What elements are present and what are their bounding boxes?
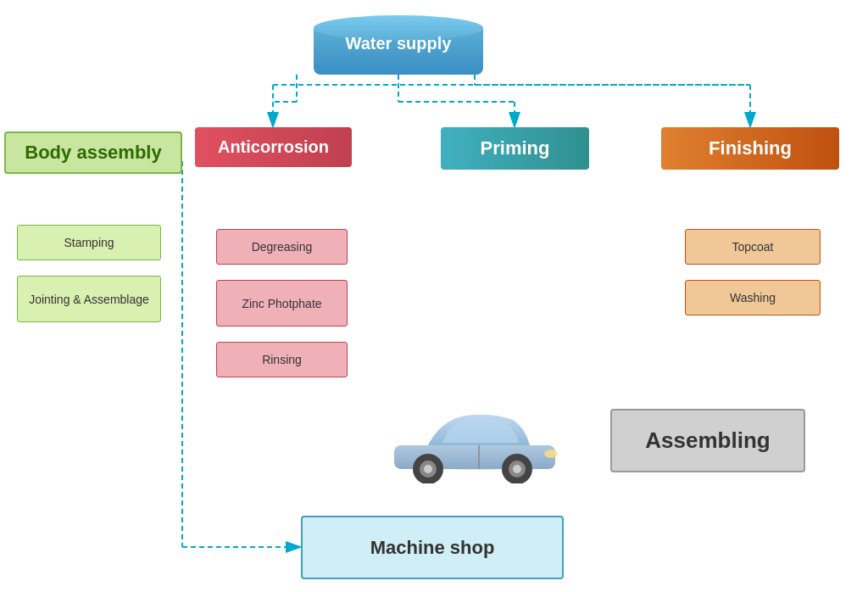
zinc-phosphate-box: Zinc Photphate (216, 280, 348, 327)
washing-label: Washing (730, 291, 776, 304)
zinc-phosphate-label: Zinc Photphate (242, 297, 321, 310)
topcoat-box: Topcoat (685, 229, 821, 265)
machine-shop-label: Machine shop (370, 537, 495, 559)
assembling-label: Assembling (645, 427, 770, 454)
svg-point-18 (424, 465, 432, 473)
priming-label: Priming (481, 137, 550, 159)
stamping-label: Stamping (64, 236, 114, 249)
rinsing-label: Rinsing (262, 353, 302, 366)
rinsing-box: Rinsing (216, 342, 348, 377)
water-supply: Water supply (314, 15, 483, 75)
assembling-box: Assembling (610, 409, 805, 472)
svg-point-21 (513, 465, 521, 473)
degreasing-label: Degreasing (252, 240, 313, 254)
water-supply-label: Water supply (314, 34, 483, 53)
priming-box: Priming (441, 127, 589, 170)
car-illustration (381, 399, 568, 483)
jointing-label: Jointing & Assemblage (29, 293, 149, 306)
anticorrosion-box: Anticorrosion (195, 127, 352, 167)
finishing-label: Finishing (709, 137, 792, 159)
car-svg (381, 399, 568, 483)
washing-box: Washing (685, 280, 821, 316)
diagram: Water supply Body assembly Stamping Join… (0, 0, 868, 592)
body-assembly-label: Body assembly (25, 142, 161, 163)
stamping-box: Stamping (17, 225, 161, 260)
jointing-box: Jointing & Assemblage (17, 276, 161, 322)
water-supply-cylinder: Water supply (314, 15, 483, 75)
topcoat-label: Topcoat (732, 240, 773, 254)
body-assembly-box: Body assembly (4, 131, 182, 174)
svg-point-22 (544, 450, 558, 458)
finishing-box: Finishing (661, 127, 839, 170)
machine-shop-box: Machine shop (301, 516, 564, 579)
anticorrosion-label: Anticorrosion (218, 137, 329, 156)
degreasing-box: Degreasing (216, 229, 348, 265)
